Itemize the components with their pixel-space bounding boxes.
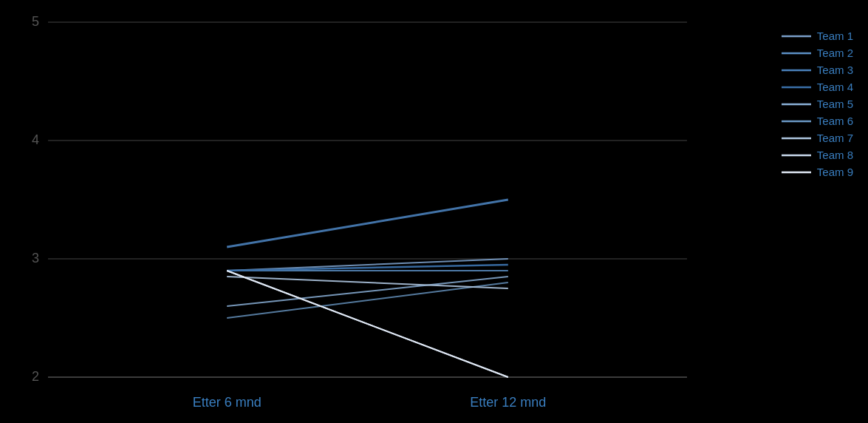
- svg-line-13: [227, 200, 508, 247]
- legend-item: Team 1: [782, 30, 853, 42]
- legend-item: Team 4: [782, 81, 853, 93]
- legend-item: Team 2: [782, 47, 853, 59]
- legend-item: Team 9: [782, 166, 853, 178]
- legend-item: Team 6: [782, 115, 853, 127]
- legend-item: Team 5: [782, 98, 853, 110]
- legend: Team 1Team 2Team 3Team 4Team 5Team 6Team…: [782, 30, 853, 178]
- chart-container: 2345Etter 6 mndEtter 12 mnd Team 1Team 2…: [0, 0, 868, 423]
- legend-label: Team 3: [817, 64, 853, 76]
- legend-label: Team 4: [817, 81, 853, 93]
- line-chart: 2345Etter 6 mndEtter 12 mnd: [0, 0, 868, 423]
- svg-text:3: 3: [32, 251, 39, 265]
- legend-label: Team 1: [817, 30, 853, 42]
- svg-text:4: 4: [32, 132, 39, 147]
- legend-label: Team 9: [817, 166, 853, 178]
- legend-label: Team 7: [817, 132, 853, 144]
- legend-item: Team 3: [782, 64, 853, 76]
- legend-label: Team 5: [817, 98, 853, 110]
- legend-label: Team 2: [817, 47, 853, 59]
- svg-text:Etter 6 mnd: Etter 6 mnd: [193, 395, 262, 410]
- svg-text:2: 2: [32, 369, 39, 384]
- legend-label: Team 8: [817, 149, 853, 161]
- legend-item: Team 7: [782, 132, 853, 144]
- legend-item: Team 8: [782, 149, 853, 161]
- svg-text:5: 5: [32, 14, 39, 29]
- svg-text:Etter 12 mnd: Etter 12 mnd: [470, 395, 546, 410]
- svg-line-14: [227, 265, 508, 271]
- svg-line-16: [227, 282, 508, 318]
- svg-line-15: [227, 277, 508, 306]
- legend-label: Team 6: [817, 115, 853, 127]
